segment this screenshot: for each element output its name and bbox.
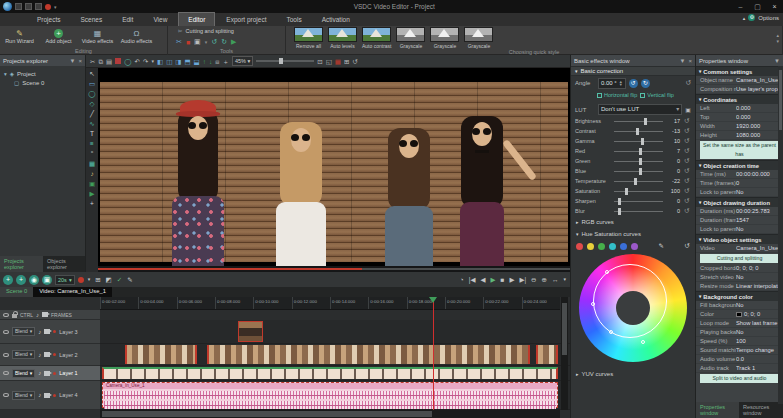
tab-scene-0[interactable]: Scene 0 [0,287,33,297]
rotate-cw-button[interactable]: ↻ [641,79,650,88]
snapshot-button[interactable]: ▣ [42,275,52,285]
fit-screen-icon[interactable]: ⊡ [317,56,322,67]
video-effects-button[interactable]: ▦ Video effects [78,29,117,45]
color-wheel[interactable] [579,254,687,362]
caret-down-icon[interactable]: ▾ [205,39,208,45]
scrollbar-thumb[interactable] [562,303,567,355]
hand-tool-icon[interactable]: ＋ [222,56,229,67]
grid-icon[interactable]: ⊞ [344,56,349,67]
prop-row[interactable]: Sound matching m...Tempo change [696,346,783,355]
crop-tool-icon[interactable]: ▣ [194,38,201,46]
curve-point[interactable] [609,330,613,334]
scrollbar-thumb[interactable] [779,70,782,130]
tab-export-project[interactable]: Export project [217,13,275,26]
slider-thumb[interactable] [618,208,621,215]
track-header[interactable]: Blend▾ ♪ Layer 3 [0,320,100,344]
prop-row[interactable]: Audio trackTrack 1 [696,364,783,373]
ellipse-tool-icon[interactable]: ◯ [88,90,95,97]
new-project-icon[interactable] [15,3,22,10]
prop-row[interactable]: Object nameCamera_In_Use_1 [696,76,783,85]
lut-folder-icon[interactable]: ▣ [685,106,691,113]
curve-tool-icon[interactable]: ∿ [89,120,94,127]
caret-down-icon[interactable]: ▾ [562,274,567,285]
quick-style-grayscale-3[interactable]: Grayscale [464,27,493,49]
slider-thumb[interactable] [644,118,647,125]
blend-mode-dropdown[interactable]: Blend▾ [12,391,35,400]
redo-icon[interactable]: ↷ [143,56,148,67]
zoom-slider[interactable] [256,60,314,62]
video-clip-segment[interactable] [536,345,558,364]
jump-end-button[interactable]: ▶| [518,274,527,285]
split-to-video-audio-button[interactable]: Split to video and audio [700,374,779,383]
reset-icon[interactable]: ↺ [683,157,691,165]
track-header[interactable]: Blend▾ ♪ Layer 4 [0,381,100,410]
paste-icon[interactable]: ▤ [106,56,112,67]
caret-down-icon[interactable]: ▾ [87,274,92,285]
move-down-icon[interactable]: ↓ [209,56,212,67]
clock-icon[interactable]: ◔ [459,274,465,285]
zoom-level-select[interactable]: 45% ▾ [232,56,253,66]
hue-dot-red[interactable] [576,243,583,250]
prop-row[interactable]: Cropped borders0; 0; 0; 0 [696,264,783,273]
slider-track[interactable] [614,181,663,182]
run-wizard-button[interactable]: ✎ Run Wizard [0,29,39,45]
pen-icon[interactable]: ✎ [659,242,664,250]
camera-icon[interactable] [44,393,50,398]
slider-track[interactable] [614,161,663,162]
tab-scenes[interactable]: Scenes [71,13,111,26]
hue-dot-cyan[interactable] [609,243,616,250]
apply-icon[interactable]: ▶ [231,38,236,46]
tab-properties-window[interactable]: Properties window [696,402,739,418]
track-header-selected[interactable]: Blend▾ ♪ Layer 1 [0,366,100,381]
delete-fragment-icon[interactable]: ■ [186,39,190,46]
polygon-tool-icon[interactable]: ◇ [90,100,95,107]
align-top-icon[interactable]: ⬒ [184,56,190,67]
timeline-horizontal-scrollbar[interactable] [100,410,560,418]
minimize-button[interactable]: – [732,1,749,12]
section-object-creation-time[interactable]: ▾Object creation time [696,160,783,170]
quick-style-auto-contrast[interactable]: Auto contrast [362,27,391,49]
align-right-icon[interactable]: ◨ [175,56,181,67]
track-content[interactable] [100,344,570,366]
zoom-in-icon[interactable]: ⊕ [541,274,548,285]
reset-icon[interactable]: ↺ [683,127,691,135]
reset-icon[interactable]: ↺ [683,117,691,125]
slider-thumb[interactable] [639,168,642,175]
camera-icon[interactable] [44,371,50,376]
set-same-size-button[interactable]: Set the same size as the parent has [700,141,779,159]
movement-tool-icon[interactable]: + [90,200,94,207]
image-tool-icon[interactable]: ▣ [89,180,95,187]
shape-circle-icon[interactable]: ◯ [124,56,131,67]
reset-icon[interactable]: ↺ [683,137,691,145]
scrollbar-thumb[interactable] [102,411,432,417]
subtitles-tool-icon[interactable]: ≡ [90,140,94,147]
slider-thumb[interactable] [618,198,621,205]
audio-tool-icon[interactable]: ♪ [90,170,93,177]
hue-dot-green[interactable] [598,243,605,250]
reset-icon[interactable]: ↺ [685,242,690,250]
video-clip-segment[interactable] [207,345,530,364]
caret-down-icon[interactable]: ▾ [151,56,154,67]
add-object-round-button[interactable]: + [16,275,26,285]
slider-track[interactable] [614,121,663,122]
eye-icon[interactable] [3,330,9,334]
hue-dot-blue[interactable] [620,243,627,250]
lut-dropdown[interactable]: Don't use LUT ▾ [598,104,682,115]
track-header[interactable]: Blend▾ ♪ Layer 2 [0,344,100,366]
section-video-object-settings[interactable]: ▾Video object settings [696,234,783,244]
capture-button[interactable]: ◉ [29,275,39,285]
speaker-icon[interactable]: ♪ [38,329,41,335]
tab-resources-window[interactable]: Resources window [739,402,783,418]
speaker-icon[interactable]: ♪ [38,352,41,358]
quick-style-remove-all[interactable]: Remove all [294,27,323,49]
tab-projects-explorer[interactable]: Projects explorer [0,256,43,272]
prop-row[interactable]: Speed (%)100 [696,337,783,346]
group-icon[interactable]: ⧈ [215,56,219,67]
reset-icon[interactable]: ↺ [683,147,691,155]
preview-canvas[interactable] [98,68,570,266]
slider-thumb[interactable] [634,178,637,185]
slider-thumb[interactable] [636,128,639,135]
hue-saturation-curves-section[interactable]: ▾ Hue Saturation curves [571,228,695,240]
rotate-right-icon[interactable]: ↻ [221,38,227,46]
bounds-icon[interactable]: ▦ [335,56,341,67]
